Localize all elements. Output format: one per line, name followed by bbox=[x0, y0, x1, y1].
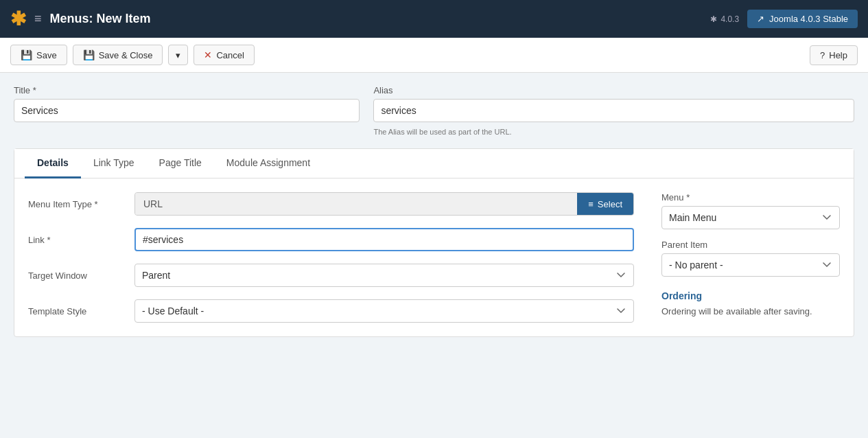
external-link-icon: ↗ bbox=[757, 14, 764, 24]
save-close-button[interactable]: 💾 Save & Close bbox=[73, 45, 163, 65]
target-window-label: Target Window bbox=[28, 270, 124, 281]
cancel-label: Cancel bbox=[216, 50, 244, 60]
joomla-version-label: Joomla 4.0.3 Stable bbox=[769, 14, 848, 24]
tabs-nav: Details Link Type Page Title Module Assi… bbox=[14, 149, 854, 178]
ordering-text: Ordering will be available after saving. bbox=[661, 305, 840, 319]
select-button[interactable]: ≡ Select bbox=[577, 193, 633, 215]
menu-item-type-value: URL bbox=[135, 193, 577, 215]
joomla-logo: ✱ bbox=[10, 8, 26, 30]
target-window-row: Target Window Parent New Window with Bro… bbox=[28, 264, 634, 287]
alias-label: Alias bbox=[373, 85, 854, 95]
tab-content-details: Menu Item Type * URL ≡ Select Link * bbox=[14, 178, 854, 336]
save-dropdown-button[interactable]: ▾ bbox=[168, 45, 188, 65]
header-left: ✱ ≡ Menus: New Item bbox=[10, 8, 151, 30]
menu-item-type-selector: URL ≡ Select bbox=[134, 192, 634, 216]
cancel-button[interactable]: ✕ Cancel bbox=[193, 45, 254, 65]
link-row: Link * bbox=[28, 228, 634, 251]
title-alias-row: Title * Alias The Alias will be used as … bbox=[14, 85, 854, 136]
select-label: Select bbox=[598, 199, 622, 209]
alias-input[interactable] bbox=[373, 99, 854, 122]
save-button[interactable]: 💾 Save bbox=[10, 45, 67, 65]
version-info: ✱ 4.0.3 bbox=[710, 14, 739, 24]
alias-group: Alias The Alias will be used as part of … bbox=[373, 85, 854, 136]
tab-module-assignment[interactable]: Module Assignment bbox=[214, 149, 322, 178]
tab-main-fields: Menu Item Type * URL ≡ Select Link * bbox=[28, 192, 634, 323]
target-window-control: Parent New Window with Browser Navigatio… bbox=[134, 264, 634, 287]
parent-item-label: Parent Item bbox=[661, 240, 840, 250]
title-label: Title * bbox=[14, 85, 360, 95]
joomla-icon-small: ✱ bbox=[710, 14, 717, 24]
link-input[interactable] bbox=[134, 228, 634, 251]
alias-hint: The Alias will be used as part of the UR… bbox=[373, 128, 854, 136]
joomla-version-button[interactable]: ↗ Joomla 4.0.3 Stable bbox=[747, 10, 858, 28]
parent-item-select[interactable]: - No parent - bbox=[661, 253, 840, 277]
toolbar-left: 💾 Save 💾 Save & Close ▾ ✕ Cancel bbox=[10, 45, 255, 65]
target-window-select[interactable]: Parent New Window with Browser Navigatio… bbox=[134, 264, 634, 287]
tab-page-title[interactable]: Page Title bbox=[147, 149, 214, 178]
tab-link-type[interactable]: Link Type bbox=[81, 149, 147, 178]
list-icon: ≡ bbox=[588, 199, 594, 209]
menu-label: Menu * bbox=[661, 192, 840, 203]
ordering-section: Ordering Ordering will be available afte… bbox=[661, 290, 840, 319]
chevron-down-icon: ▾ bbox=[176, 50, 180, 60]
save-icon: 💾 bbox=[21, 49, 32, 60]
toolbar: 💾 Save 💾 Save & Close ▾ ✕ Cancel ? Help bbox=[0, 38, 868, 73]
version-number: 4.0.3 bbox=[720, 14, 739, 24]
header: ✱ ≡ Menus: New Item ✱ 4.0.3 ↗ Joomla 4.0… bbox=[0, 0, 868, 38]
save-close-icon: 💾 bbox=[83, 49, 95, 60]
menu-select[interactable]: Main Menu bbox=[661, 206, 840, 229]
template-style-row: Template Style - Use Default - bbox=[28, 299, 634, 323]
help-icon: ? bbox=[820, 50, 825, 60]
page-title: Menus: New Item bbox=[50, 12, 151, 26]
tabs-container: Details Link Type Page Title Module Assi… bbox=[14, 148, 854, 337]
main-content: Title * Alias The Alias will be used as … bbox=[0, 73, 868, 349]
help-button[interactable]: ? Help bbox=[810, 45, 858, 65]
save-close-label: Save & Close bbox=[99, 50, 153, 60]
help-label: Help bbox=[829, 50, 847, 60]
tab-sidebar-fields: Menu * Main Menu Parent Item - No parent… bbox=[661, 192, 840, 323]
menu-item-type-label: Menu Item Type * bbox=[28, 199, 124, 209]
title-input[interactable] bbox=[14, 99, 360, 122]
template-style-label: Template Style bbox=[28, 306, 124, 316]
tab-details[interactable]: Details bbox=[25, 149, 81, 178]
title-group: Title * bbox=[14, 85, 360, 136]
parent-item-field: Parent Item - No parent - bbox=[661, 240, 840, 277]
cancel-icon: ✕ bbox=[204, 49, 212, 60]
hamburger-icon[interactable]: ≡ bbox=[34, 12, 42, 26]
save-label: Save bbox=[36, 50, 57, 60]
menu-field: Menu * Main Menu bbox=[661, 192, 840, 229]
template-style-select[interactable]: - Use Default - bbox=[134, 299, 634, 323]
template-style-control: - Use Default - bbox=[134, 299, 634, 323]
header-right: ✱ 4.0.3 ↗ Joomla 4.0.3 Stable bbox=[710, 10, 858, 28]
menu-item-type-control: URL ≡ Select bbox=[134, 192, 634, 216]
link-label: Link * bbox=[28, 235, 124, 245]
ordering-title: Ordering bbox=[661, 290, 840, 301]
menu-item-type-row: Menu Item Type * URL ≡ Select bbox=[28, 192, 634, 216]
link-control bbox=[134, 228, 634, 251]
